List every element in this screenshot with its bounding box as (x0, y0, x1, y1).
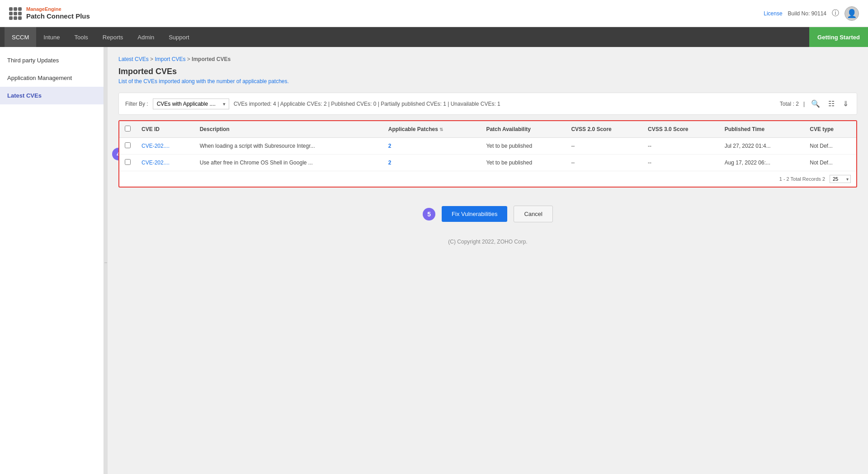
logo-area: ManageEngine Patch Connect Plus (9, 6, 90, 20)
breadcrumb-current: Imported CVEs (192, 56, 231, 62)
row2-published-time: Aug 17, 2022 06:... (719, 155, 805, 171)
table-range: 1 - 2 Total Records 2 (779, 176, 825, 182)
row1-published-time: Jul 27, 2022 01:4... (719, 138, 805, 155)
search-icon[interactable]: 🔍 (809, 98, 822, 110)
separator: | (803, 101, 805, 107)
table-footer: 1 - 2 Total Records 2 25 50 100 (119, 171, 856, 187)
filter-stats: CVEs imported: 4 | Applicable CVEs: 2 | … (234, 101, 500, 107)
row1-cvss2: -- (566, 138, 642, 155)
table-section: 4 CVE ID Description Applicable Patches … (118, 120, 857, 188)
breadcrumb-link-import-cves[interactable]: Import CVEs (155, 56, 185, 62)
th-checkbox (119, 121, 136, 138)
row2-checkbox-cell (119, 155, 136, 171)
row2-patch-avail: Yet to be published (481, 155, 566, 171)
sidebar-item-third-party-updates[interactable]: Third party Updates (0, 52, 104, 69)
row2-patches: 2 (383, 155, 481, 171)
table-header: CVE ID Description Applicable Patches Pa… (119, 121, 856, 138)
sidebar-item-application-management[interactable]: Application Management (0, 69, 104, 87)
nav-bar: SCCM Intune Tools Reports Admin Support … (0, 27, 868, 47)
license-text[interactable]: License (764, 10, 782, 17)
row2-cvss2: -- (566, 155, 642, 171)
row1-checkbox[interactable] (125, 142, 131, 148)
th-published-time: Published Time (719, 121, 805, 138)
th-applicable-patches[interactable]: Applicable Patches (383, 121, 481, 138)
table-row: CVE-202.... Use after free in Chrome OS … (119, 155, 856, 171)
top-header: ManageEngine Patch Connect Plus License … (0, 0, 868, 27)
th-cvss3: CVSS 3.0 Score (642, 121, 719, 138)
breadcrumb-sep2: > (187, 56, 192, 62)
header-right: License Build No: 90114 ⓘ 👤 (764, 6, 859, 21)
table-container: CVE ID Description Applicable Patches Pa… (118, 120, 857, 188)
avatar[interactable]: 👤 (844, 6, 859, 21)
row2-description: Use after free in Chrome OS Shell in Goo… (194, 155, 383, 171)
sidebar-collapse-handle[interactable]: ⎯ (104, 47, 108, 474)
row2-cvss3: -- (642, 155, 719, 171)
row1-patches: 2 (383, 138, 481, 155)
filter-select-wrap: CVEs with Applicable .... All CVEs Publi… (153, 99, 229, 109)
row2-cve-type: Not Def... (804, 155, 856, 171)
nav-items: SCCM Intune Tools Reports Admin Support (5, 27, 197, 47)
nav-item-intune[interactable]: Intune (36, 27, 67, 47)
step-badge-5: 5 (423, 208, 435, 221)
row2-patches-link[interactable]: 2 (388, 160, 392, 166)
logo-text: ManageEngine Patch Connect Plus (26, 6, 90, 20)
row2-cve-link[interactable]: CVE-202.... (142, 160, 170, 166)
row2-cve-id: CVE-202.... (136, 155, 194, 171)
row1-cvss3: -- (642, 138, 719, 155)
copyright: (C) Copyright 2022, ZOHO Corp. (118, 231, 857, 249)
bottom-actions: 5 Fix Vulnerabilities Cancel (118, 206, 857, 231)
getting-started-button[interactable]: Getting Started (809, 27, 868, 47)
cancel-button[interactable]: Cancel (514, 206, 552, 222)
row1-patch-avail: Yet to be published (481, 138, 566, 155)
content-area: Latest CVEs > Import CVEs > Imported CVE… (108, 47, 868, 474)
filter-label: Filter By : (125, 101, 148, 107)
row1-checkbox-cell (119, 138, 136, 155)
row1-patches-link[interactable]: 2 (388, 143, 392, 149)
per-page-wrap: 25 50 100 (830, 175, 851, 183)
sidebar: Third party Updates Application Manageme… (0, 47, 104, 474)
main-layout: Third party Updates Application Manageme… (0, 47, 868, 474)
page-subtitle: List of the CVEs imported along with the… (118, 78, 857, 84)
nav-item-reports[interactable]: Reports (95, 27, 131, 47)
breadcrumb-sep1: > (150, 56, 155, 62)
th-cve-type: CVE type (804, 121, 856, 138)
breadcrumb-link-latest-cves[interactable]: Latest CVEs (118, 56, 149, 62)
table-row: CVE-202.... When loading a script with S… (119, 138, 856, 155)
row1-cve-link[interactable]: CVE-202.... (142, 143, 170, 149)
row2-checkbox[interactable] (125, 159, 131, 165)
row1-description: When loading a script with Subresource I… (194, 138, 383, 155)
fix-vulnerabilities-button[interactable]: Fix Vulnerabilities (442, 206, 507, 222)
row1-cve-id: CVE-202.... (136, 138, 194, 155)
cve-table: CVE ID Description Applicable Patches Pa… (119, 121, 856, 171)
filter-select[interactable]: CVEs with Applicable .... All CVEs Publi… (153, 99, 229, 109)
nav-item-admin[interactable]: Admin (130, 27, 161, 47)
breadcrumb: Latest CVEs > Import CVEs > Imported CVE… (118, 56, 857, 62)
total-label: Total : 2 (780, 101, 799, 107)
per-page-select[interactable]: 25 50 100 (830, 175, 851, 183)
row1-cve-type: Not Def... (804, 138, 856, 155)
product-name: Patch Connect Plus (26, 12, 90, 20)
nav-item-support[interactable]: Support (161, 27, 197, 47)
filter-right: Total : 2 | 🔍 ☷ ⇓ (780, 98, 850, 110)
app-grid-icon (9, 7, 22, 20)
th-cvss2: CVSS 2.0 Score (566, 121, 642, 138)
help-icon[interactable]: ⓘ (832, 9, 839, 18)
table-body: CVE-202.... When loading a script with S… (119, 138, 856, 171)
nav-item-tools[interactable]: Tools (67, 27, 95, 47)
download-icon[interactable]: ⇓ (841, 98, 850, 110)
filter-left: Filter By : CVEs with Applicable .... Al… (125, 99, 500, 109)
filter-row: Filter By : CVEs with Applicable .... Al… (118, 93, 857, 115)
brand-name: ManageEngine (26, 6, 90, 12)
page-title: Imported CVEs (118, 67, 857, 76)
build-number: Build No: 90114 (788, 10, 826, 17)
nav-item-sccm[interactable]: SCCM (5, 27, 36, 47)
columns-icon[interactable]: ☷ (826, 98, 836, 110)
select-all-checkbox[interactable] (125, 126, 131, 131)
th-description: Description (194, 121, 383, 138)
th-patch-availability: Patch Availability (481, 121, 566, 138)
sidebar-item-latest-cves[interactable]: Latest CVEs (0, 87, 104, 104)
th-cve-id: CVE ID (136, 121, 194, 138)
